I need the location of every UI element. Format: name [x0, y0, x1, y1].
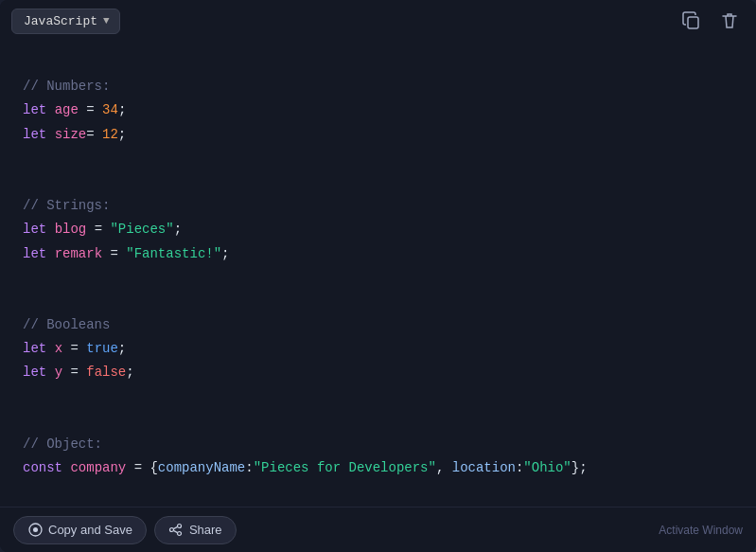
- comment-object: // Object:: [23, 436, 102, 452]
- bottom-actions: Copy and Save Share: [13, 516, 237, 544]
- bottom-bar: Copy and Save Share Activate Window: [0, 507, 756, 552]
- svg-point-4: [170, 528, 174, 532]
- language-dropdown[interactable]: JavaScript ▼: [11, 9, 120, 34]
- copy-save-label: Copy and Save: [48, 523, 132, 537]
- line-x: let x = true;: [23, 341, 126, 356]
- top-actions: [677, 8, 745, 34]
- copy-save-icon: [27, 523, 43, 538]
- comment-numbers: // Numbers:: [23, 79, 110, 94]
- copy-icon: [682, 11, 701, 30]
- chevron-down-icon: ▼: [103, 15, 110, 27]
- line-blog: let blog = "Pieces";: [23, 222, 182, 237]
- svg-point-2: [33, 527, 38, 532]
- svg-rect-0: [688, 17, 698, 28]
- comment-booleans: // Booleans: [23, 317, 110, 332]
- svg-line-6: [174, 526, 178, 528]
- line-y: let y = false;: [23, 365, 134, 380]
- share-icon: [168, 523, 184, 538]
- editor-container: JavaScript ▼ // Numbers: let age = 34; l…: [0, 0, 756, 552]
- language-label: JavaScript: [24, 14, 97, 28]
- activate-windows-text: Activate Window: [659, 524, 743, 537]
- copy-icon-button[interactable]: [677, 8, 707, 34]
- share-label: Share: [189, 523, 222, 537]
- copy-save-button[interactable]: Copy and Save: [13, 516, 147, 544]
- svg-point-5: [178, 532, 182, 536]
- comment-strings: // Strings:: [23, 198, 110, 213]
- svg-point-3: [178, 525, 182, 528]
- trash-icon: [720, 11, 739, 30]
- delete-icon-button[interactable]: [714, 8, 745, 34]
- line-company: const company = {companyName:"Pieces for…: [23, 460, 588, 475]
- line-remark: let remark = "Fantastic!";: [23, 246, 230, 261]
- code-area: // Numbers: let age = 34; let size= 12; …: [0, 42, 756, 507]
- code-block: // Numbers: let age = 34; let size= 12; …: [23, 51, 733, 505]
- line-age: let age = 34;: [23, 102, 126, 117]
- svg-line-7: [174, 530, 178, 532]
- line-size: let size= 12;: [23, 127, 126, 142]
- share-button[interactable]: Share: [154, 516, 237, 544]
- top-bar: JavaScript ▼: [0, 0, 756, 42]
